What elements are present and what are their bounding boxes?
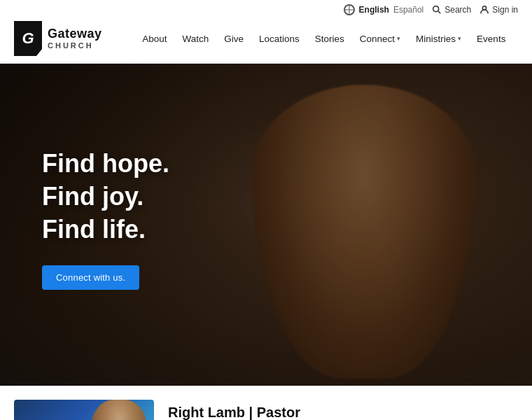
english-language-option[interactable]: English [359, 5, 389, 15]
signin-label: Sign in [492, 5, 518, 15]
user-icon [479, 5, 489, 15]
svg-line-1 [438, 11, 441, 14]
globe-icon [344, 4, 355, 15]
ministries-chevron-icon: ▾ [458, 35, 461, 42]
hero-content: Find hope. Find joy. Find life. Connect … [0, 64, 532, 374]
thumbnail-person-image [91, 400, 147, 420]
video-thumbnail[interactable]: RIGHT [14, 400, 154, 420]
nav-item-stories[interactable]: Stories [315, 34, 344, 44]
search-label: Search [444, 5, 471, 15]
logo-church-text: CHURCH [48, 41, 102, 50]
hero-headline-line3: Find life. [42, 214, 490, 246]
language-switcher[interactable]: English Español [344, 4, 424, 15]
nav-item-about[interactable]: About [142, 34, 167, 44]
card-text-block: Right Lamb | Pastor Robert Morris [168, 400, 518, 420]
header-main: G Gateway CHURCH About Watch Give Locati… [0, 15, 532, 63]
hero-headline-line2: Find joy. [42, 181, 490, 214]
espanol-language-option[interactable]: Español [393, 5, 424, 15]
connect-label: Connect [360, 34, 395, 44]
connect-chevron-icon: ▾ [397, 35, 400, 42]
nav-item-connect[interactable]: Connect ▾ [360, 34, 400, 44]
search-button[interactable]: Search [432, 5, 471, 15]
logo-letter: G [22, 31, 34, 46]
logo-text-block: Gateway CHURCH [48, 27, 102, 50]
card-title-line1: Right Lamb | Pastor [168, 403, 518, 420]
main-nav: About Watch Give Locations Stories Conne… [130, 34, 518, 44]
hero-section: Find hope. Find joy. Find life. Connect … [0, 64, 532, 386]
signin-button[interactable]: Sign in [479, 5, 518, 15]
nav-item-ministries[interactable]: Ministries ▾ [416, 34, 461, 44]
card-title: Right Lamb | Pastor Robert Morris [168, 403, 518, 420]
ministries-label: Ministries [416, 34, 456, 44]
site-logo[interactable]: G Gateway CHURCH [14, 21, 102, 56]
header-topbar: English Español Search Sign in [0, 0, 532, 15]
site-header: English Español Search Sign in G Gat [0, 0, 532, 64]
svg-point-0 [433, 6, 439, 12]
logo-icon-block: G [14, 21, 42, 56]
search-icon [432, 5, 442, 15]
hero-headline-line1: Find hope. [42, 148, 490, 181]
nav-item-give[interactable]: Give [224, 34, 244, 44]
logo-gateway-text: Gateway [48, 27, 102, 41]
hero-cta-button[interactable]: Connect with us. [42, 265, 139, 290]
nav-item-watch[interactable]: Watch [182, 34, 209, 44]
nav-item-locations[interactable]: Locations [259, 34, 300, 44]
bottom-section: RIGHT Right Lamb | Pastor Robert Morris [0, 386, 532, 420]
nav-item-events[interactable]: Events [477, 34, 505, 44]
hero-headline: Find hope. Find joy. Find life. [42, 148, 490, 246]
